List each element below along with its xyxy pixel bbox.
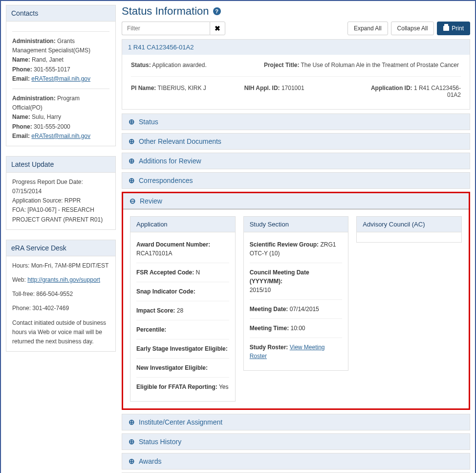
impact-label: Impact Score: (136, 307, 175, 314)
accordion-awards[interactable]: ⊕Awards (122, 453, 470, 470)
service-desk-header: eRA Service Desk (6, 240, 115, 256)
service-desk-web-label: Web: (12, 276, 26, 283)
print-button[interactable]: Print (437, 22, 470, 35)
fsr-value: N (196, 269, 200, 276)
admin2-label: Administration: (12, 95, 56, 102)
accordion-review: ⊖ Review Application Award Document Numb… (122, 192, 470, 410)
filter-input[interactable] (122, 22, 210, 35)
name2-label: Name: (12, 113, 30, 120)
nih-appl-id-value: 1701001 (281, 85, 304, 91)
page-title: Status Information ? (122, 5, 470, 18)
service-desk-web-link[interactable]: http://grants.nih.gov/support (27, 276, 100, 283)
accordion-documents[interactable]: ⊕Other Relevant Documents (122, 133, 470, 150)
service-desk-phone: Phone: 301-402-7469 (12, 304, 109, 313)
percentile-label: Percentile: (136, 326, 166, 333)
meeting-date-label: Meeting Date: (250, 306, 288, 313)
meeting-time-label: Meeting Time: (250, 325, 289, 332)
status-label: Status: (131, 62, 151, 68)
award-doc-label: Award Document Number: (136, 241, 210, 248)
impact-value: 28 (177, 307, 183, 314)
name2-value: Sulu, Harry (32, 113, 61, 120)
esi-label: Early Stage Investigator Eligible: (136, 345, 228, 352)
application-info-block: 1 R41 CA123456-01A2 Status: Application … (122, 39, 470, 110)
admin1-label: Administration: (12, 38, 56, 45)
award-doc-value: RCA170101A (136, 250, 172, 257)
srg-label: Scientific Review Group: (250, 241, 319, 248)
meeting-date-value: 07/14/2015 (290, 306, 319, 313)
review-study-section-panel: Study Section Scientific Review Group: Z… (243, 216, 349, 371)
plus-icon: ⊕ (128, 438, 135, 445)
print-icon (443, 26, 449, 31)
name1-value: Rand, Janet (32, 56, 64, 63)
email2-label: Email: (12, 133, 30, 139)
meeting-time-value: 10:00 (290, 325, 305, 332)
latest-update-header: Latest Update (6, 157, 115, 173)
phone1-label: Phone: (12, 66, 32, 73)
review-study-section-header: Study Section (244, 217, 348, 232)
status-value: Application awarded. (152, 62, 206, 68)
application-id-value: 1 R41 CA123456-01A2 (414, 85, 461, 98)
service-desk-panel: eRA Service Desk Hours: Mon-Fri, 7AM-8PM… (6, 240, 116, 352)
accordion-additions[interactable]: ⊕Additions for Review (122, 153, 470, 169)
review-advisory-panel: Advisory Council (AC) (356, 216, 462, 243)
council-date-value: 2015/10 (250, 287, 271, 293)
latest-update-line2: Application Source: RPPR (12, 196, 109, 205)
pi-name-label: PI Name: (131, 85, 156, 91)
council-date-label: Council Meeting Date (YYYY/MM): (250, 269, 309, 285)
project-title-value: The Use of Roluman Ale in the Treatment … (301, 62, 459, 68)
application-id-label: Application ID: (371, 85, 412, 91)
email2-link[interactable]: eRATest@mail.nih.gov (31, 133, 90, 139)
fsr-label: FSR Accepted Code: (136, 269, 194, 276)
service-desk-note: Contact initiated outside of business ho… (12, 318, 109, 347)
contacts-panel: Contacts Administration: Grants Manageme… (6, 5, 116, 146)
review-application-panel: Application Award Document Number:RCA170… (130, 216, 236, 402)
accordion-institute[interactable]: ⊕Institute/Center Assignment (122, 414, 470, 430)
accordion-history[interactable]: ⊕Status History (122, 433, 470, 450)
contacts-header: Contacts (6, 5, 115, 22)
ffata-value: Yes (219, 383, 229, 390)
latest-update-line1: Progress Report Due Date: 07/15/2014 (12, 178, 109, 196)
collapse-all-button[interactable]: Collapse All (391, 22, 434, 35)
nih-appl-id-label: NIH Appl. ID: (244, 85, 280, 91)
review-advisory-header: Advisory Council (AC) (357, 217, 461, 232)
phone2-label: Phone: (12, 123, 32, 130)
phone2-value: 301-555-2000 (34, 123, 70, 130)
name1-label: Name: (12, 56, 30, 63)
plus-icon: ⊕ (128, 138, 135, 145)
filter-clear-button[interactable]: ✖ (210, 22, 225, 35)
expand-all-button[interactable]: Expand All (347, 22, 388, 35)
project-title-label: Project Title: (264, 62, 299, 68)
plus-icon: ⊕ (128, 158, 135, 164)
accordion-status[interactable]: ⊕Status (122, 113, 470, 130)
plus-icon: ⊕ (128, 458, 135, 465)
latest-update-panel: Latest Update Progress Report Due Date: … (6, 156, 116, 230)
plus-icon: ⊕ (128, 177, 135, 184)
latest-update-line3: FOA: [PA10-067] - RESEARCH PROJECT GRANT… (12, 205, 109, 224)
ffata-label: Eligible for FFATA Reporting: (136, 383, 217, 390)
email1-link[interactable]: eRATest@mail.nih.gov (31, 75, 90, 82)
phone1-value: 301-555-1017 (34, 66, 70, 73)
email1-label: Email: (12, 75, 30, 82)
plus-icon: ⊕ (128, 419, 135, 426)
service-desk-tollfree: Toll-free: 866-504-9552 (12, 290, 109, 299)
application-id-header: 1 R41 CA123456-01A2 (122, 40, 470, 55)
review-application-header: Application (130, 217, 235, 232)
service-desk-hours: Hours: Mon-Fri, 7AM-8PM EDIT/EST (12, 261, 109, 270)
plus-icon: ⊕ (128, 118, 135, 125)
pi-name-value: TIBERIUS, KIRK J (157, 85, 206, 91)
accordion-review-header[interactable]: ⊖ Review (123, 193, 469, 209)
roster-label: Study Roster: (250, 344, 288, 351)
ni-label: New Investigator Eligible: (136, 364, 208, 371)
minus-icon: ⊖ (129, 198, 136, 204)
snap-label: Snap Indicator Code: (136, 288, 195, 295)
help-icon[interactable]: ? (213, 7, 221, 15)
accordion-correspondences[interactable]: ⊕Correspondences (122, 172, 470, 189)
